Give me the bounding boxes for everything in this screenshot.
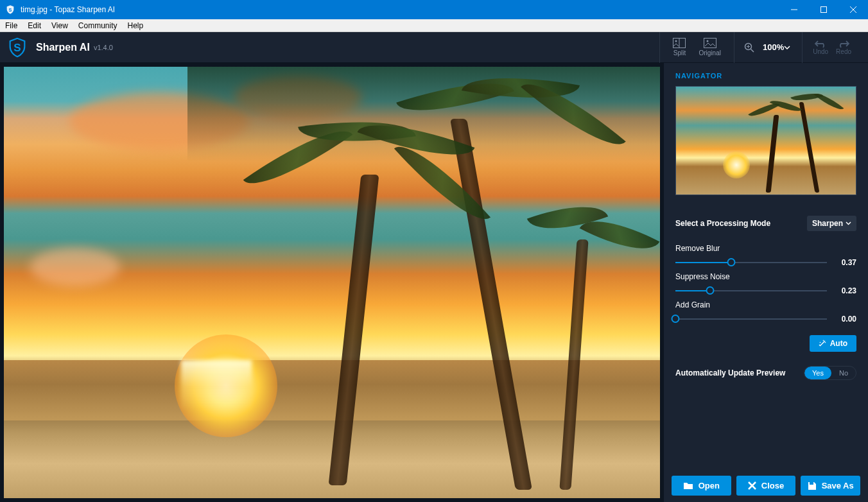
- svg-line-12: [751, 49, 754, 52]
- open-button[interactable]: Open: [672, 476, 731, 496]
- toggle-no[interactable]: No: [831, 367, 856, 379]
- menu-file[interactable]: File: [0, 20, 22, 31]
- slider-track[interactable]: [675, 262, 827, 263]
- redo-icon: [837, 39, 850, 48]
- original-label: Original: [699, 49, 720, 56]
- slider-thumb[interactable]: [672, 315, 680, 323]
- original-icon: [704, 38, 716, 48]
- slider-value: 0.23: [835, 286, 856, 295]
- slider-label: Remove Blur: [675, 244, 856, 253]
- chevron-down-icon: [784, 46, 790, 49]
- app-name: Sharpen AI: [36, 42, 90, 53]
- auto-preview-toggle[interactable]: Yes No: [804, 366, 856, 380]
- content-area: NAVIGATOR Select a Processing Mode Sharp…: [0, 63, 868, 502]
- slider-track[interactable]: [675, 290, 827, 291]
- close-label: Close: [761, 481, 784, 490]
- logo-shield-icon: S: [6, 37, 28, 58]
- svg-text:S: S: [13, 41, 21, 53]
- auto-button[interactable]: Auto: [810, 335, 856, 352]
- close-button[interactable]: Close: [736, 476, 796, 496]
- wand-icon: [819, 340, 826, 347]
- navigator-thumbnail[interactable]: [675, 86, 856, 195]
- app-version: v1.4.0: [94, 44, 113, 51]
- slider-track[interactable]: [675, 318, 827, 320]
- slider-add-grain: Add Grain0.00: [664, 295, 868, 324]
- svg-rect-2: [821, 7, 827, 13]
- slider-remove-blur: Remove Blur0.37: [664, 239, 868, 267]
- menu-bar: File Edit View Community Help: [0, 19, 868, 32]
- slider-value: 0.37: [835, 258, 856, 267]
- maximize-button[interactable]: [809, 0, 838, 19]
- zoom-value: 100%: [763, 42, 784, 52]
- redo-button[interactable]: Redo: [836, 39, 851, 55]
- slider-value: 0.00: [835, 315, 856, 324]
- slider-label: Add Grain: [675, 300, 856, 309]
- menu-help[interactable]: Help: [123, 20, 149, 31]
- split-view-button[interactable]: Split: [666, 35, 692, 59]
- redo-label: Redo: [836, 48, 851, 55]
- window-titlebar: S timg.jpg - Topaz Sharpen AI: [0, 0, 868, 19]
- save-as-label: Save As: [822, 481, 854, 490]
- svg-text:S: S: [9, 7, 12, 13]
- svg-point-10: [706, 40, 708, 42]
- auto-label: Auto: [830, 339, 847, 348]
- app-toolbar: S Sharpen AI v1.4.0 Split Original 100% …: [0, 32, 868, 63]
- canvas-area: [0, 63, 664, 502]
- close-window-button[interactable]: [838, 0, 868, 19]
- sidebar: NAVIGATOR Select a Processing Mode Sharp…: [664, 63, 868, 502]
- svg-point-8: [675, 40, 677, 42]
- svg-rect-9: [704, 39, 716, 48]
- navigator-header: NAVIGATOR: [664, 63, 868, 86]
- menu-view[interactable]: View: [46, 20, 73, 31]
- open-label: Open: [699, 481, 720, 490]
- processing-mode-value: Sharpen: [812, 219, 843, 228]
- undo-icon: [814, 39, 827, 48]
- original-view-button[interactable]: Original: [692, 35, 727, 59]
- slider-suppress-noise: Suppress Noise0.23: [664, 267, 868, 295]
- undo-label: Undo: [813, 48, 828, 55]
- zoom-dropdown[interactable]: 100%: [758, 40, 795, 55]
- chevron-down-icon: [846, 221, 851, 225]
- processing-mode-label: Select a Processing Mode: [675, 219, 770, 228]
- window-title: timg.jpg - Topaz Sharpen AI: [21, 5, 779, 14]
- auto-preview-label: Automatically Update Preview: [675, 368, 785, 377]
- toggle-yes[interactable]: Yes: [804, 367, 831, 379]
- minimize-button[interactable]: [779, 0, 809, 19]
- undo-button[interactable]: Undo: [813, 39, 828, 55]
- slider-thumb[interactable]: [706, 286, 715, 295]
- folder-icon: [683, 481, 693, 490]
- zoom-icon[interactable]: [741, 42, 758, 53]
- split-label: Split: [673, 49, 686, 56]
- slider-thumb[interactable]: [727, 258, 736, 266]
- split-icon: [673, 38, 686, 48]
- slider-label: Suppress Noise: [675, 272, 856, 281]
- menu-community[interactable]: Community: [73, 20, 123, 31]
- save-icon: [808, 481, 817, 490]
- save-as-button[interactable]: Save As: [801, 476, 860, 496]
- menu-edit[interactable]: Edit: [22, 20, 46, 31]
- processing-mode-select[interactable]: Sharpen: [807, 216, 856, 231]
- close-icon: [748, 481, 756, 490]
- image-canvas[interactable]: [4, 67, 660, 498]
- app-icon: S: [5, 4, 15, 15]
